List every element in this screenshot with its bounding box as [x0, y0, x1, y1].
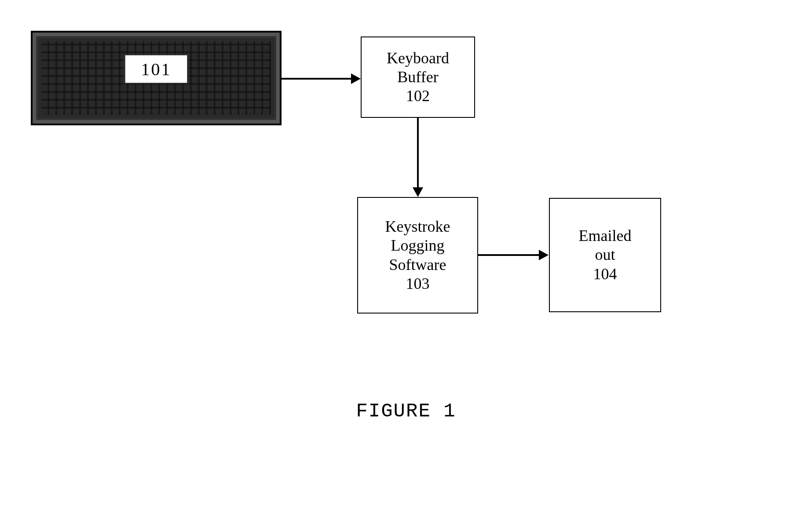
keyboard-graphic: 101 [31, 31, 282, 125]
email-line1: Emailed [579, 226, 632, 245]
keyboard-ref-label: 101 [124, 54, 188, 84]
buffer-line1: Keyboard [387, 49, 449, 68]
node-keystroke-logger: Keystroke Logging Software 103 [357, 197, 478, 314]
email-line2: out [595, 245, 615, 264]
arrow-head-keyboard-to-buffer [351, 73, 361, 84]
node-keyboard-buffer: Keyboard Buffer 102 [361, 36, 475, 118]
buffer-ref: 102 [406, 87, 430, 106]
arrow-head-buffer-to-logger [413, 187, 423, 197]
arrow-logger-to-email [478, 254, 540, 256]
figure-caption: FIGURE 1 [0, 400, 812, 422]
logger-line2: Logging [391, 236, 445, 255]
logger-line1: Keystroke [385, 217, 450, 236]
arrow-buffer-to-logger [417, 118, 419, 188]
arrow-head-logger-to-email [539, 250, 549, 260]
email-ref: 104 [593, 265, 617, 284]
arrow-keyboard-to-buffer [282, 78, 352, 80]
logger-line3: Software [389, 255, 446, 274]
logger-ref: 103 [406, 274, 430, 293]
node-emailed-out: Emailed out 104 [549, 198, 661, 312]
buffer-line2: Buffer [397, 68, 438, 87]
